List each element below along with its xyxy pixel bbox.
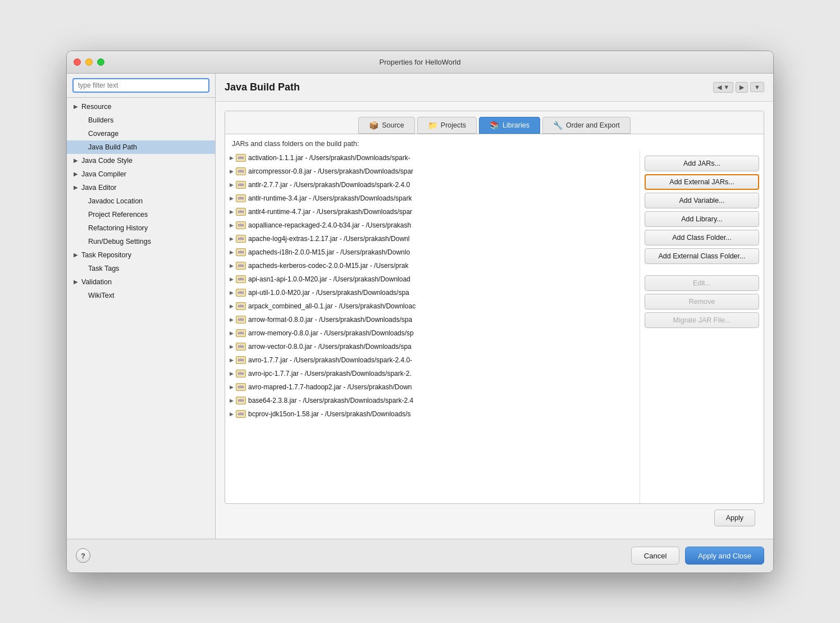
jar-list-item[interactable]: ▶oioarrow-vector-0.8.0.jar - /Users/prak… (225, 340, 640, 353)
projects-icon: 📁 (428, 121, 437, 130)
jar-expand-icon: ▶ (230, 236, 234, 242)
sidebar-item-task-tags[interactable]: Task Tags (67, 262, 215, 275)
sidebar-item-wikitext[interactable]: WikiText (67, 289, 215, 302)
cancel-button[interactable]: Cancel (631, 547, 679, 565)
jar-expand-icon: ▶ (230, 249, 234, 255)
jar-list-item[interactable]: ▶oioantlr4-runtime-4.7.jar - /Users/prak… (225, 205, 640, 219)
sidebar-item-validation[interactable]: ▶Validation (67, 275, 215, 289)
add-variable-button[interactable]: Add Variable... (645, 193, 759, 208)
sidebar-item-label: Java Build Path (88, 143, 215, 151)
jar-name-label: antlr-2.7.7.jar - /Users/prakash/Downloa… (248, 181, 640, 189)
jar-name-label: avro-mapred-1.7.7-hadoop2.jar - /Users/p… (248, 383, 640, 391)
tab-label: Projects (441, 121, 466, 129)
sidebar: ▶ResourceBuildersCoverageJava Build Path… (67, 74, 216, 539)
jar-list-item[interactable]: ▶oioavro-ipc-1.7.7.jar - /Users/prakash/… (225, 367, 640, 380)
titlebar: Properties for HelloWorld (67, 51, 773, 74)
jar-list-item[interactable]: ▶oioapi-util-1.0.0-M20.jar - /Users/prak… (225, 286, 640, 299)
expand-arrow-icon: ▶ (74, 103, 81, 110)
sidebar-item-refactoring-history[interactable]: Refactoring History (67, 221, 215, 235)
jar-file-icon: oio (236, 248, 246, 256)
jar-list-item[interactable]: ▶oioapacheds-kerberos-codec-2.0.0-M15.ja… (225, 259, 640, 272)
sidebar-item-coverage[interactable]: Coverage (67, 127, 215, 140)
add-jars-button[interactable]: Add JARs... (645, 156, 759, 171)
tab-source[interactable]: 📦Source (358, 117, 415, 134)
jar-list-item[interactable]: ▶oioantlr-runtime-3.4.jar - /Users/praka… (225, 192, 640, 205)
sidebar-item-label: Builders (88, 116, 215, 124)
sidebar-item-java-editor[interactable]: ▶Java Editor (67, 181, 215, 194)
jar-list-header: JARs and class folders on the build path… (225, 134, 764, 151)
filter-container (67, 74, 215, 98)
jar-list-item[interactable]: ▶oioarrow-memory-0.8.0.jar - /Users/prak… (225, 326, 640, 340)
sidebar-item-builders[interactable]: Builders (67, 113, 215, 127)
tab-label: Libraries (503, 121, 529, 129)
sidebar-item-java-code-style[interactable]: ▶Java Code Style (67, 154, 215, 167)
sidebar-item-task-repository[interactable]: ▶Task Repository (67, 248, 215, 262)
action-buttons: Add JARs...Add External JARs...Add Varia… (640, 151, 764, 503)
jar-expand-icon: ▶ (230, 209, 234, 215)
jar-list-item[interactable]: ▶oioaircompressor-0.8.jar - /Users/praka… (225, 165, 640, 178)
jar-list-item[interactable]: ▶oiobcprov-jdk15on-1.58.jar - /Users/pra… (225, 407, 640, 421)
sidebar-item-label: Java Compiler (81, 170, 215, 178)
jar-name-label: apacheds-i18n-2.0.0-M15.jar - /Users/pra… (248, 248, 640, 256)
nav-menu-button[interactable]: ▼ (750, 82, 764, 92)
jar-file-icon: oio (236, 397, 246, 404)
jar-name-label: api-asn1-api-1.0.0-M20.jar - /Users/prak… (248, 275, 640, 283)
jar-list-item[interactable]: ▶oioarpack_combined_all-0.1.jar - /Users… (225, 299, 640, 313)
jar-list-item[interactable]: ▶oioapacheds-i18n-2.0.0-M15.jar - /Users… (225, 245, 640, 259)
expand-arrow-icon: ▶ (74, 184, 81, 190)
sidebar-item-label: Run/Debug Settings (88, 238, 215, 245)
close-button[interactable] (74, 58, 81, 66)
tab-label: Source (382, 121, 404, 129)
tab-order-export[interactable]: 🔧Order and Export (542, 117, 631, 134)
jar-list-item[interactable]: ▶oioactivation-1.1.1.jar - /Users/prakas… (225, 151, 640, 165)
jar-file-icon: oio (236, 370, 246, 378)
expand-arrow-icon: ▶ (74, 279, 81, 285)
sidebar-item-java-build-path[interactable]: Java Build Path (67, 140, 215, 154)
jar-expand-icon: ▶ (230, 330, 234, 336)
sidebar-item-label: Task Repository (81, 251, 215, 259)
jar-file-icon: oio (236, 343, 246, 351)
tab-libraries[interactable]: 📚Libraries (479, 117, 540, 134)
apply-close-button[interactable]: Apply and Close (685, 547, 764, 565)
jar-file-icon: oio (236, 383, 246, 391)
sidebar-item-label: Project References (88, 211, 215, 219)
add-class-folder-button[interactable]: Add Class Folder... (645, 230, 759, 245)
sidebar-item-javadoc-location[interactable]: Javadoc Location (67, 194, 215, 208)
jar-list-item[interactable]: ▶oioavro-mapred-1.7.7-hadoop2.jar - /Use… (225, 380, 640, 394)
jar-list-item[interactable]: ▶oioaopalliance-repackaged-2.4.0-b34.jar… (225, 219, 640, 232)
nav-forward-button[interactable]: ▶ (736, 82, 748, 93)
remove-button: Remove (645, 294, 759, 310)
jar-list-item[interactable]: ▶oiobase64-2.3.8.jar - /Users/prakash/Do… (225, 394, 640, 407)
jar-list-item[interactable]: ▶oioavro-1.7.7.jar - /Users/prakash/Down… (225, 353, 640, 367)
jar-list-item[interactable]: ▶oioapi-asn1-api-1.0.0-M20.jar - /Users/… (225, 272, 640, 286)
apply-button[interactable]: Apply (714, 510, 755, 526)
maximize-button[interactable] (97, 58, 104, 66)
sidebar-item-run-debug-settings[interactable]: Run/Debug Settings (67, 235, 215, 248)
jar-expand-icon: ▶ (230, 222, 234, 228)
nav-back-button[interactable]: ◀ ▼ (713, 82, 733, 93)
help-button[interactable]: ? (76, 548, 90, 563)
bottom-right: Cancel Apply and Close (631, 547, 764, 565)
jar-list-item[interactable]: ▶oioapache-log4j-extras-1.2.17.jar - /Us… (225, 232, 640, 245)
jar-file-icon: oio (236, 181, 246, 189)
tab-projects[interactable]: 📁Projects (417, 117, 477, 134)
jar-name-label: bcprov-jdk15on-1.58.jar - /Users/prakash… (248, 410, 640, 418)
jar-expand-icon: ▶ (230, 344, 234, 349)
minimize-button[interactable] (85, 58, 93, 66)
add-library-button[interactable]: Add Library... (645, 211, 759, 227)
add-external-class-folder-button[interactable]: Add External Class Folder... (645, 248, 759, 264)
add-external-jars-button[interactable]: Add External JARs... (645, 174, 759, 190)
sidebar-item-project-references[interactable]: Project References (67, 208, 215, 221)
jar-list-item[interactable]: ▶oioarrow-format-0.8.0.jar - /Users/prak… (225, 313, 640, 326)
sidebar-item-label: Java Editor (81, 184, 215, 192)
filter-input[interactable] (72, 78, 209, 93)
jar-list-scroll[interactable]: ▶oioactivation-1.1.1.jar - /Users/prakas… (225, 151, 640, 503)
page-title: Java Build Path (225, 81, 300, 93)
jar-name-label: avro-ipc-1.7.7.jar - /Users/prakash/Down… (248, 370, 640, 378)
jar-list-item[interactable]: ▶oioantlr-2.7.7.jar - /Users/prakash/Dow… (225, 178, 640, 192)
sidebar-item-java-compiler[interactable]: ▶Java Compiler (67, 167, 215, 181)
jar-name-label: arrow-format-0.8.0.jar - /Users/prakash/… (248, 316, 640, 324)
jar-name-label: apacheds-kerberos-codec-2.0.0-M15.jar - … (248, 262, 640, 270)
sidebar-item-resource[interactable]: ▶Resource (67, 100, 215, 113)
jar-name-label: antlr-runtime-3.4.jar - /Users/prakash/D… (248, 194, 640, 202)
